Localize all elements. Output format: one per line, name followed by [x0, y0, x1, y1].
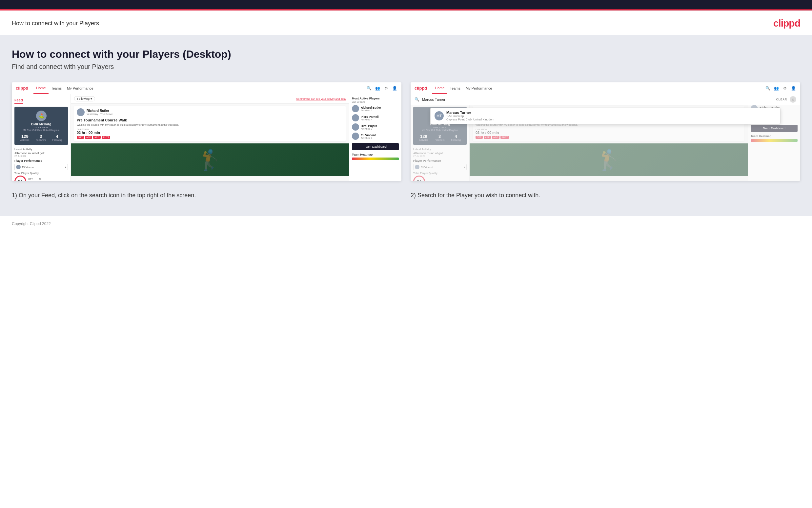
activity-duration-2: 02 hr : 00 min [476, 131, 742, 134]
stat-following: 4 Following [52, 134, 62, 141]
left-panel-1: Feed ⛳ Blair McHarg Golf Coach Mill Ride… [12, 94, 71, 181]
search-result-item[interactable]: MT Marcus Turner 1-5 Handicap Cypress Po… [431, 108, 780, 124]
stat-following-2: 4 Following [451, 134, 461, 141]
quality-row-ott: OTT 79 [28, 178, 41, 180]
team-dashboard-button[interactable]: Team Dashboard [352, 143, 399, 150]
score-circle: 84 [14, 176, 26, 181]
stat-activities-num-2: 129 [419, 134, 428, 139]
nav-my-performance-2[interactable]: My Performance [463, 82, 495, 94]
golfer-image-2: 🏌️ [596, 148, 621, 172]
search-result-dropdown: MT Marcus Turner 1-5 Handicap Cypress Po… [430, 108, 780, 124]
nav-teams-2[interactable]: Teams [447, 82, 463, 94]
search-result-avatar: MT [434, 111, 444, 120]
search-icon-overlay: 🔍 [415, 97, 420, 102]
people-icon[interactable]: 👥 [375, 85, 380, 91]
clear-button[interactable]: CLEAR [776, 98, 787, 101]
player-select-name-2: Eli Vincent [421, 166, 463, 169]
step-descriptions: 1) On your Feed, click on the search ico… [12, 191, 800, 200]
profile-role: Golf Coach [17, 126, 65, 129]
quality-label: Total Player Quality [14, 172, 68, 175]
latest-activity-text: Afternoon round of golf [14, 152, 68, 155]
search-result-handicap: 1-5 Handicap [446, 115, 494, 118]
app-nav-logo-2: clippd [415, 86, 427, 91]
following-button[interactable]: Following ▾ [74, 96, 95, 101]
close-button[interactable]: × [790, 96, 796, 103]
player-avatar-2 [352, 114, 359, 121]
search-icon-2[interactable]: 🔍 [765, 85, 771, 91]
app-mockup-2: clippd Home Teams My Performance 🔍 👥 ⚙ 👤… [411, 82, 800, 181]
search-input[interactable]: Marcus Turner [422, 97, 774, 101]
app-photo-area-2: 🏌️ [470, 143, 748, 176]
player-avatar-4 [352, 133, 359, 140]
stat-activities: 129 Activities [20, 134, 30, 141]
team-heatmap-section-2: Team Heatmap [751, 134, 798, 142]
step-2-text: 2) Search for the Player you wish to con… [411, 191, 800, 200]
nav-home-2[interactable]: Home [432, 82, 447, 94]
stat-activities-num: 129 [20, 134, 30, 139]
nav-my-performance[interactable]: My Performance [64, 82, 96, 94]
nav-home[interactable]: Home [34, 82, 48, 94]
tag-ott: OTT [77, 136, 84, 139]
player-acts-2: Activities: 4 [361, 119, 379, 121]
app-nav-1: clippd Home Teams My Performance 🔍 👥 ⚙ 👤 [12, 82, 401, 94]
footer: Copyright Clippd 2022 [0, 216, 812, 231]
latest-activity-text-2: Afternoon round of golf [413, 152, 467, 155]
activity-meta: Yesterday · The Grove [87, 113, 113, 116]
search-bar-overlay: 🔍 Marcus Turner CLEAR × [411, 94, 800, 105]
settings-icon-2[interactable]: ⚙ [782, 85, 788, 91]
player-name-1: Richard Butler [361, 106, 381, 109]
activity-desc: Walking the course with my coach to buil… [77, 123, 343, 126]
profile-name: Blair McHarg [17, 122, 65, 126]
people-icon-2[interactable]: 👥 [773, 85, 779, 91]
player-list-item-3: Hiral Pujara Activities: 3 [352, 123, 399, 131]
stat-followers-num-2: 3 [435, 134, 445, 139]
active-players-title: Most Active Players [352, 97, 399, 100]
player-name-3: Hiral Pujara [361, 124, 377, 128]
activity-person-info: Richard Butler Yesterday · The Grove [87, 109, 113, 116]
stat-followers-num: 3 [36, 134, 46, 139]
top-bar [0, 0, 812, 9]
player-list-item-4: Eli Vincent Activities: 1 [352, 133, 399, 140]
quality-score-ott-2: 79 [435, 180, 440, 181]
quality-score-app: 70 [37, 180, 41, 181]
tag-arg: ARG [93, 136, 101, 139]
main-subtitle: Find and connect with your Players [12, 63, 800, 71]
avatar-icon[interactable]: 👤 [392, 85, 397, 91]
quality-bars-2: OTT 79 [427, 180, 440, 181]
quality-score: 84 OTT 79 [14, 176, 68, 181]
tag-putt: PUTT [102, 136, 110, 139]
tag-app-2: APP [484, 136, 491, 139]
quality-label-2: Total Player Quality [413, 172, 467, 175]
avatar-icon-2[interactable]: 👤 [791, 85, 796, 91]
app-body-1: Feed ⛳ Blair McHarg Golf Coach Mill Ride… [12, 94, 401, 181]
latest-activity-label-2: Latest Activity [413, 148, 467, 151]
settings-icon[interactable]: ⚙ [383, 85, 389, 91]
search-icon[interactable]: 🔍 [366, 85, 372, 91]
score-circle-2: 84 [413, 176, 425, 181]
heatmap-bar-2 [751, 139, 798, 142]
stat-followers-2: 3 Followers [435, 134, 445, 141]
player-info-1: Richard Butler Activities: 7 [361, 106, 381, 112]
tag-app: APP [85, 136, 92, 139]
player-acts-4: Activities: 1 [361, 137, 376, 139]
latest-activity: Latest Activity Afternoon round of golf … [14, 148, 68, 157]
feed-tab[interactable]: Feed [14, 98, 23, 104]
player-perf-header-2: Player Performance [413, 159, 467, 162]
heatmap-bar [352, 158, 399, 160]
quality-label-ott: OTT [28, 178, 35, 180]
nav-icons: 🔍 👥 ⚙ 👤 [366, 85, 397, 91]
tag-ott-2: OTT [476, 136, 483, 139]
player-select-2: Eli Vincent ▾ [413, 164, 467, 170]
nav-teams[interactable]: Teams [49, 82, 64, 94]
control-link[interactable]: Control who can see your activity and da… [296, 97, 346, 100]
quality-row-ott-2: OTT 79 [427, 180, 440, 181]
profile-club-2: Mill Ride Golf Club, United Kingdom [416, 129, 464, 131]
quality-bars: OTT 79 APP [28, 178, 41, 181]
main-content: How to connect with your Players (Deskto… [0, 35, 812, 216]
app-photo-area: 🏌️ [71, 143, 349, 176]
player-acts-1: Activities: 7 [361, 109, 381, 112]
quality-score-ott: 79 [37, 178, 41, 180]
following-label: Following [77, 97, 90, 100]
player-select[interactable]: Eli Vincent ▾ [14, 164, 68, 170]
main-title: How to connect with your Players (Deskto… [12, 48, 800, 60]
